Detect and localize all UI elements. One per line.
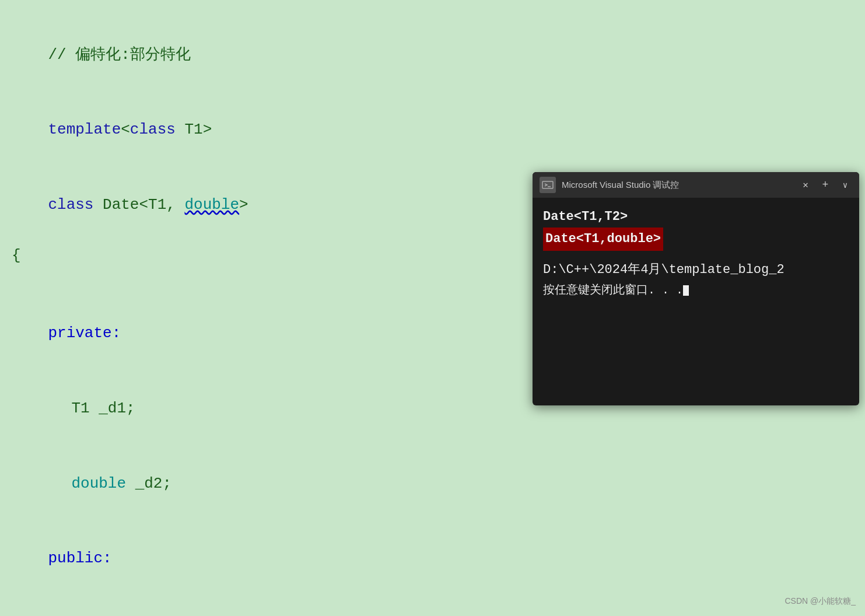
terminal-body: Date<T1,T2> Date<T1,double> D:\C++\2024年…: [533, 198, 859, 309]
terminal-path: D:\C++\2024年4月\template_blog_2: [543, 259, 849, 281]
code-line-8: double _d2;: [12, 446, 853, 522]
code-line-10: Date(): [12, 597, 853, 616]
terminal-app-icon: [540, 177, 556, 193]
terminal-close-button[interactable]: ✕: [799, 178, 813, 192]
terminal-cursor: [683, 285, 689, 296]
watermark: CSDN @小能软糖_: [785, 596, 856, 607]
terminal-title: Microsoft Visual Studio 调试控: [562, 180, 793, 191]
terminal-chevron-button[interactable]: ∨: [838, 178, 852, 192]
terminal-window: Microsoft Visual Studio 调试控 ✕ + ∨ Date<T…: [533, 172, 859, 405]
terminal-output-line2: Date<T1,double>: [543, 228, 663, 250]
code-line-9: public:: [12, 522, 853, 597]
terminal-titlebar: Microsoft Visual Studio 调试控 ✕ + ∨: [533, 172, 859, 198]
terminal-plus-button[interactable]: +: [818, 178, 832, 192]
terminal-output-line1: Date<T1,T2>: [543, 206, 849, 228]
code-line-2: template<class T1>: [12, 93, 853, 168]
terminal-prompt: 按任意键关闭此窗口. . .: [543, 281, 849, 300]
terminal-output-line2-wrapper: Date<T1,double>: [543, 228, 849, 250]
code-line-1: // 偏特化:部分特化: [12, 18, 853, 93]
